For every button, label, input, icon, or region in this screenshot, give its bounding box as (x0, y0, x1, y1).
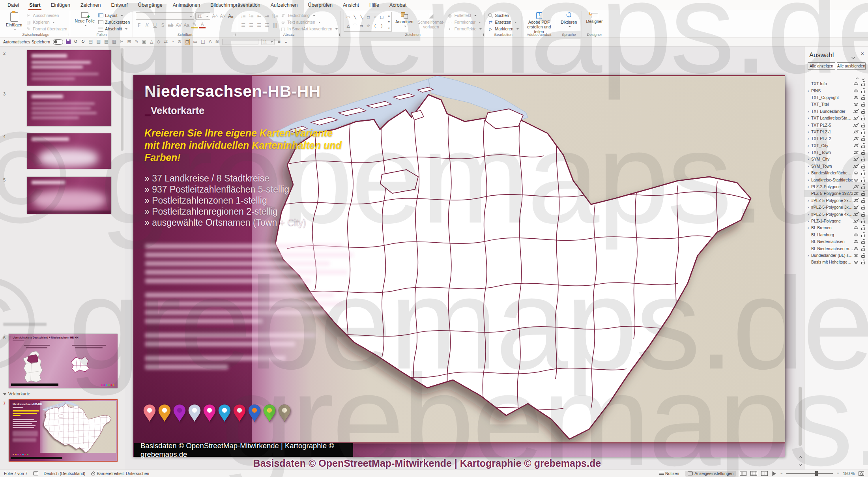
selection-pane-item[interactable]: ›TXT_City (804, 142, 868, 149)
layout-button[interactable]: Layout (98, 12, 130, 19)
selection-pane-item[interactable]: ›#PLZ-5-Polygone 4xxxx (804, 211, 868, 217)
next-slide-button[interactable] (799, 463, 802, 466)
redo-icon[interactable]: ↻ (81, 39, 86, 45)
visibility-eye-off-icon[interactable] (853, 137, 859, 141)
display-settings-button[interactable]: Anzeigeeinstellungen (685, 471, 736, 477)
slide-thumbnail-6[interactable]: Übersichtskarte Deutschland + Niedersach… (9, 334, 118, 388)
justify-icon[interactable]: ☰ (264, 22, 270, 28)
unlock-icon[interactable] (861, 184, 866, 189)
strikethrough-button[interactable]: ab (167, 22, 174, 28)
unlock-icon[interactable] (861, 150, 866, 155)
visibility-eye-icon[interactable] (853, 253, 859, 258)
expand-chevron-icon[interactable]: › (808, 226, 811, 230)
visibility-eye-off-icon[interactable] (853, 212, 859, 217)
selection-pane-item[interactable]: BL Hamburg (804, 232, 868, 238)
smartart-button[interactable]: ◫In SmartArt konvertieren (280, 26, 338, 32)
menu-tab-aufzeichnen[interactable]: Aufzeichnen (266, 0, 303, 10)
toolbar-icon[interactable]: △ (150, 39, 154, 45)
visibility-eye-off-icon[interactable] (853, 150, 859, 155)
selection-pane-item[interactable]: TXT Info (804, 80, 868, 87)
line-spacing-icon[interactable]: ⇅≡ (271, 13, 278, 19)
toolbar-icon[interactable]: ▦ (104, 39, 109, 45)
scrollbar-thumb[interactable] (799, 387, 802, 446)
menu-tab-bildschirmpräsentation[interactable]: Bildschirmpräsentation (205, 0, 265, 10)
shadow-button[interactable]: S (159, 22, 166, 28)
shape-fill-button[interactable]: ◍Fülleffekt (447, 12, 482, 19)
visibility-eye-icon[interactable] (853, 178, 859, 182)
toolbar-icon[interactable]: ⊙ (177, 39, 182, 45)
reset-button[interactable]: Zurücksetzen (98, 19, 130, 25)
dialog-launcher-icon[interactable] (481, 34, 484, 36)
align-left-icon[interactable]: ☰ (240, 22, 247, 28)
section-header-vektorkarte[interactable]: Vektorkarte (3, 391, 30, 396)
selection-pane-item[interactable]: ›TXT PLZ-1 (804, 129, 868, 135)
unlock-icon[interactable] (861, 143, 866, 148)
expand-chevron-icon[interactable]: › (808, 137, 811, 141)
toolbar-icon[interactable]: ◇ (157, 39, 161, 45)
toolbar-icon[interactable]: ▥ (96, 39, 101, 45)
notes-button[interactable]: Notizen (657, 471, 681, 477)
highlight-color-button[interactable]: ✎ (191, 22, 198, 28)
font-color-button[interactable]: A (199, 22, 206, 28)
bullets-button[interactable]: ⁝≡ (240, 13, 247, 19)
slide-canvas[interactable]: Niedersachsen-HB-HH _Vektorkarte Kreiere… (133, 75, 785, 457)
format-painter-button[interactable]: ✎Format übertragen (26, 26, 67, 32)
toolbar-font-size-select[interactable]: 11 (261, 39, 275, 45)
dictate-button[interactable]: Diktieren (559, 12, 578, 28)
expand-chevron-icon[interactable]: › (808, 157, 811, 161)
save-icon[interactable] (66, 39, 71, 44)
visibility-eye-icon[interactable] (853, 246, 859, 251)
selection-pane-item[interactable]: BL Niedersachsen (804, 238, 868, 245)
zoom-slider[interactable] (786, 473, 833, 474)
visibility-eye-icon[interactable] (853, 232, 859, 237)
section-button[interactable]: Abschnitt (98, 26, 130, 32)
unlock-icon[interactable] (861, 246, 866, 251)
bold-button[interactable]: F (136, 22, 142, 28)
zoom-out-button[interactable]: − (780, 471, 782, 475)
new-slide-button[interactable]: Neue Folie (73, 12, 96, 27)
visibility-eye-off-icon[interactable] (853, 109, 859, 114)
normal-view-button[interactable] (740, 471, 746, 476)
expand-chevron-icon[interactable]: › (808, 89, 811, 93)
unlock-icon[interactable] (861, 198, 866, 203)
columns-icon[interactable]: ∥∥ (271, 22, 278, 28)
unlock-icon[interactable] (861, 178, 866, 183)
selection-pane-item[interactable]: ›Bundesländer (BL) sonstige (804, 252, 868, 259)
decrease-font-icon[interactable]: A˅ (219, 13, 226, 19)
copy-button[interactable]: ▥Kopieren (26, 19, 67, 25)
toolbar-icon[interactable]: ✎ (134, 39, 139, 45)
menu-tab-acrobat[interactable]: Acrobat (384, 0, 412, 10)
previous-slide-button[interactable] (799, 456, 802, 459)
toolbar-icon[interactable]: ◰ (200, 39, 206, 45)
toolbar-icon[interactable]: ⊞ (127, 39, 132, 45)
selection-pane-item[interactable]: TXT_Copyright (804, 94, 868, 101)
selection-pane-item[interactable]: ›TXT PLZ-5 (804, 122, 868, 128)
unlock-icon[interactable] (861, 95, 866, 100)
unlock-icon[interactable] (861, 157, 866, 162)
visibility-eye-off-icon[interactable] (853, 185, 859, 189)
character-spacing-button[interactable]: AV (175, 22, 182, 28)
visibility-eye-off-icon[interactable] (853, 205, 859, 210)
expand-chevron-icon[interactable]: › (808, 144, 811, 148)
indent-decrease-icon[interactable]: ⇤ (256, 13, 262, 19)
expand-chevron-icon[interactable]: › (808, 150, 811, 155)
cut-button[interactable]: ✂Ausschneiden (26, 12, 67, 19)
menu-tab-übergänge[interactable]: Übergänge (133, 0, 168, 10)
expand-chevron-icon[interactable]: › (808, 123, 811, 127)
menu-tab-einfügen[interactable]: Einfügen (46, 0, 75, 10)
slideshow-button[interactable] (773, 471, 776, 476)
visibility-eye-icon[interactable] (853, 171, 859, 176)
pane-collapse-button[interactable] (852, 53, 855, 60)
fit-to-window-button[interactable] (859, 471, 864, 476)
zoom-slider-knob[interactable] (815, 471, 818, 476)
zoom-level[interactable]: 180 % (843, 471, 855, 476)
shape-gallery[interactable]: ▭╲╲□○▢ △⌒⇨☆() ▲▼▼ (344, 12, 392, 32)
align-right-icon[interactable]: ☰ (256, 22, 262, 28)
selection-pane-item[interactable]: TXT_Titel (804, 101, 868, 108)
expand-chevron-icon[interactable]: › (808, 198, 811, 203)
menu-tab-start[interactable]: Start (24, 0, 45, 10)
slide-title[interactable]: Niedersachsen-HB-HH (144, 82, 321, 101)
unlock-icon[interactable] (861, 239, 866, 244)
indent-increase-icon[interactable]: ⇥ (264, 13, 270, 19)
slide-thumbnail-7-current[interactable]: Niedersachsen-HB-HH (9, 399, 118, 462)
